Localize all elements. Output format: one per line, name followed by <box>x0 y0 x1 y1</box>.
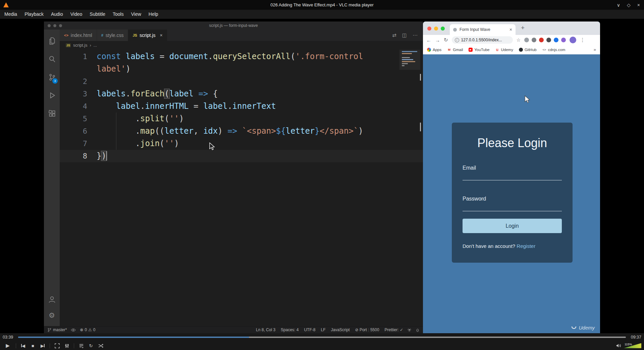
minimize-window-icon[interactable] <box>434 27 438 31</box>
play-button[interactable]: ▶ <box>3 342 13 349</box>
status-item[interactable]: Prettier: ✓ <box>385 327 403 332</box>
vscode-titlebar: script.js — form-input-wave <box>44 21 423 30</box>
seek-slider[interactable] <box>18 337 626 338</box>
editor-action-icon[interactable]: ⇄ <box>392 32 396 38</box>
browser-tab[interactable]: Form Input Wave × <box>450 24 516 35</box>
extension-icon[interactable] <box>524 38 529 42</box>
apps-favicon-icon <box>427 48 431 52</box>
close-window-icon[interactable] <box>427 27 431 31</box>
settings-gear-icon[interactable]: ⚙ <box>44 307 60 323</box>
extension-icon[interactable] <box>546 38 551 42</box>
notifications-bell-icon[interactable] <box>416 328 420 332</box>
code-editor[interactable]: 1const labels = document.querySelectorAl… <box>60 50 423 326</box>
minimize-button[interactable]: ∨ <box>617 2 620 8</box>
live-share-icon[interactable] <box>407 328 412 332</box>
extension-icon[interactable] <box>532 38 536 42</box>
loop-button[interactable]: ↻ <box>87 342 95 349</box>
stop-button[interactable]: ■ <box>29 342 37 349</box>
vscode-window: script.js — form-input-wave <> index.htm… <box>44 21 423 333</box>
run-debug-icon[interactable] <box>44 87 60 103</box>
extension-icon[interactable] <box>554 38 558 42</box>
tab-close-icon[interactable]: × <box>509 27 512 32</box>
bookmark-github[interactable]: GitHub <box>519 48 537 52</box>
tab-index-html[interactable]: <> index.html <box>60 30 97 41</box>
menu-item-help[interactable]: Help <box>145 10 162 19</box>
search-icon[interactable] <box>44 51 60 67</box>
video-display[interactable]: script.js — form-input-wave <> index.htm… <box>0 19 644 333</box>
zoom-window-icon[interactable] <box>441 27 445 31</box>
menu-item-media[interactable]: Media <box>1 10 21 19</box>
tab-close-icon[interactable]: × <box>160 33 162 38</box>
status-item[interactable]: Spaces: 4 <box>281 327 299 332</box>
password-field[interactable] <box>463 203 562 211</box>
status-item[interactable]: LF <box>321 327 325 332</box>
bookmark-gmail[interactable]: MGmail <box>447 48 463 52</box>
tab-script-js[interactable]: JS script.js × <box>128 30 167 41</box>
chrome-menu-icon[interactable]: ⋮ <box>580 37 585 43</box>
next-button[interactable]: ▶ <box>39 342 47 349</box>
extensions-icon[interactable] <box>44 105 60 122</box>
extended-settings-button[interactable] <box>63 342 71 349</box>
editor-action-icon[interactable]: ⋯ <box>413 32 418 38</box>
email-field[interactable] <box>463 172 562 180</box>
back-button[interactable]: ← <box>426 37 431 43</box>
problems-indicator[interactable]: ⊗ 0 ⚠ 0 <box>80 327 95 332</box>
window-title: 026 Adding The Wave Effect.mp4 - VLC med… <box>0 2 644 7</box>
bookmarks-overflow-chevron[interactable]: » <box>594 47 596 52</box>
reload-button[interactable]: ↻ <box>444 37 448 43</box>
random-button[interactable] <box>97 342 105 349</box>
bookmark-udemy[interactable]: uUdemy <box>495 48 513 52</box>
register-link[interactable]: Register <box>517 243 535 249</box>
menu-item-audio[interactable]: Audio <box>47 10 67 19</box>
bookmark-label: Gmail <box>453 48 463 52</box>
bookmark-label: Udemy <box>501 48 513 52</box>
source-control-icon[interactable]: 3 <box>44 69 60 85</box>
fullscreen-button[interactable] <box>53 342 61 349</box>
explorer-icon[interactable] <box>44 33 60 49</box>
bookmark-youtube[interactable]: ▶YouTube <box>469 48 489 52</box>
breadcrumb[interactable]: JS script.js › ... <box>60 41 423 50</box>
chevron-right-icon: › <box>90 43 91 48</box>
volume-slider[interactable]: 115% <box>624 343 641 348</box>
git-branch-indicator[interactable]: master* <box>47 327 67 332</box>
editor-action-icon[interactable]: ◫ <box>402 32 407 38</box>
status-item[interactable]: ⊘ Port : 5500 <box>355 327 379 332</box>
site-info-icon[interactable]: i <box>455 38 459 42</box>
previous-button[interactable]: ◀ <box>19 342 27 349</box>
minimap[interactable] <box>402 51 418 67</box>
code-line: 2 <box>60 75 423 88</box>
login-button[interactable]: Login <box>463 219 562 233</box>
volume-icon[interactable] <box>616 343 621 348</box>
menu-item-video[interactable]: Video <box>67 10 86 19</box>
overview-ruler-mark <box>420 74 421 81</box>
close-button[interactable]: × <box>637 2 640 8</box>
text-caret <box>106 151 107 161</box>
menu-item-tools[interactable]: Tools <box>109 10 127 19</box>
mouse-cursor <box>524 95 530 103</box>
watch-icon[interactable] <box>71 328 76 332</box>
bookmark-cdnjs-com[interactable]: <>cdnjs.com <box>542 48 566 52</box>
profile-avatar[interactable] <box>570 37 576 43</box>
account-icon[interactable] <box>44 291 60 307</box>
status-item[interactable]: UTF-8 <box>304 327 315 332</box>
menu-item-subtitle[interactable]: Subtitle <box>86 10 109 19</box>
forward-button[interactable]: → <box>435 37 440 43</box>
status-item[interactable]: JavaScript <box>331 327 350 332</box>
bookmarks-bar: AppsMGmail▶YouTubeuUdemyGitHub<>cdnjs.co… <box>423 45 600 54</box>
menu-item-view[interactable]: View <box>127 10 145 19</box>
new-tab-button[interactable]: + <box>521 24 525 32</box>
menu-item-playback[interactable]: Playback <box>21 10 47 19</box>
bookmark-star-icon[interactable]: ☆ <box>517 37 521 43</box>
branch-name: master* <box>53 327 67 332</box>
extension-icon[interactable] <box>561 38 566 42</box>
tab-style-css[interactable]: # style.css <box>97 30 128 41</box>
status-item[interactable]: Ln 8, Col 3 <box>256 327 275 332</box>
restore-button[interactable]: ◇ <box>627 2 631 8</box>
playlist-button[interactable] <box>77 342 85 349</box>
password-label: Password <box>463 196 562 202</box>
bookmark-apps[interactable]: Apps <box>427 48 441 52</box>
bookmark-label: YouTube <box>474 48 489 52</box>
css-file-icon: # <box>101 33 103 37</box>
address-bar[interactable]: i 127.0.0.1:5500/index... <box>452 36 513 44</box>
extension-icon[interactable] <box>539 38 544 42</box>
